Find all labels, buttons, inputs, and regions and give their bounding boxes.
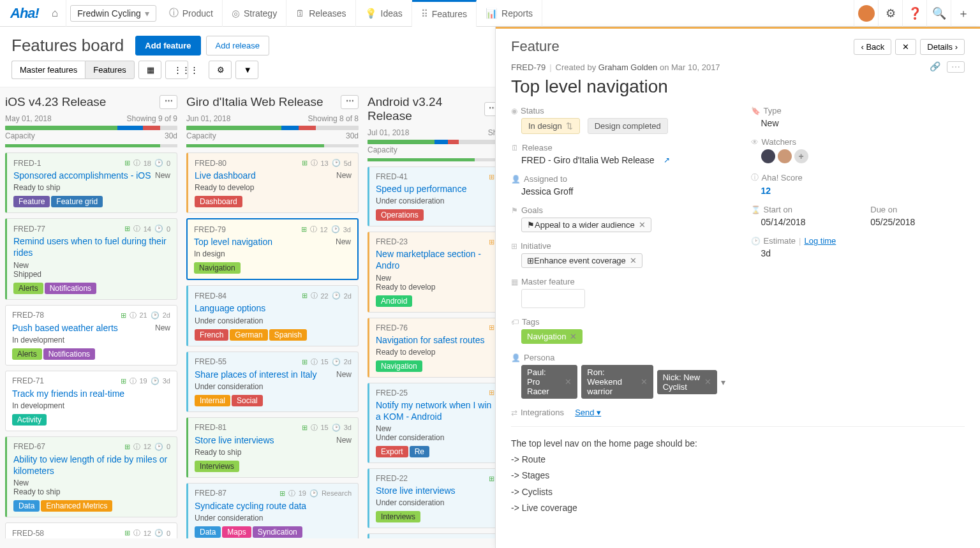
persona-chip[interactable]: Ron: Weekend warrior✕ [581, 365, 653, 399]
tag-chip[interactable]: Alerts [13, 283, 43, 294]
tag-chip[interactable]: Maps [222, 526, 251, 538]
log-time-link[interactable]: Log time [804, 236, 836, 246]
home-button[interactable]: ⌂ [44, 0, 66, 27]
view-features[interactable]: Features [85, 61, 134, 79]
tag-chip[interactable]: Notifications [45, 283, 96, 294]
feature-card[interactable]: FRED-57Compare my pace with peersUnder c… [368, 533, 501, 538]
feature-card[interactable]: FRED-81153dStore live interviewsNewReady… [186, 417, 359, 478]
column-more-button[interactable]: ⋯ [160, 95, 177, 109]
back-button[interactable]: ‹ Back [854, 39, 891, 55]
card-link[interactable]: Store live interviews [376, 485, 494, 496]
feature-card[interactable]: FRED-76Navigation for safest routesReady… [368, 318, 501, 378]
master-feature-input[interactable] [521, 289, 585, 308]
estimate-value[interactable]: 3d [751, 248, 965, 258]
tag-chip[interactable]: Activity [12, 414, 47, 426]
tag-chip[interactable]: Notifications [43, 348, 95, 360]
feature-card[interactable]: FRED-84222dLanguage optionsUnder conside… [186, 285, 359, 346]
tag-chip[interactable]: Alerts [12, 348, 42, 360]
link-icon[interactable]: 🔗 [930, 61, 940, 73]
view-icon-grid[interactable]: ⋮⋮⋮ [165, 61, 188, 79]
watcher-avatar[interactable] [761, 149, 775, 163]
view-master-features[interactable]: Master features [11, 61, 85, 79]
status-next-button[interactable]: Design completed [588, 118, 668, 134]
feature-card[interactable]: FRED-67120Ability to view length of ride… [5, 436, 177, 517]
view-icon-grid-small[interactable]: ▦ [138, 61, 161, 79]
feature-card[interactable]: FRED-71193dTrack my friends in real-time… [5, 371, 177, 431]
more-actions-button[interactable]: ⋯ [947, 61, 965, 73]
persona-chip[interactable]: Paul: Pro Racer✕ [521, 365, 577, 399]
type-value[interactable]: New [751, 118, 965, 128]
feature-card[interactable]: FRED-80135dLive dashboardNewReady to dev… [186, 152, 359, 213]
tag-chip[interactable]: Internal [195, 395, 230, 406]
card-link[interactable]: Store live interviews [195, 434, 352, 446]
settings-icon[interactable]: ⚙ [878, 0, 902, 27]
card-link[interactable]: New marketplace section - Andro [376, 248, 494, 271]
card-link[interactable]: Track my friends in real-time [12, 388, 170, 399]
tag-chip[interactable]: Navigation [376, 360, 422, 372]
tag-chip[interactable]: Interviews [195, 461, 239, 472]
details-button[interactable]: Details › [920, 39, 965, 55]
nav-features[interactable]: ⠿Features [412, 0, 477, 27]
avatar[interactable] [854, 0, 878, 27]
card-link[interactable]: Ability to view length of ride by miles … [13, 454, 170, 477]
tag-chip[interactable]: Data [13, 500, 40, 512]
card-link[interactable]: Share places of interest in Italy [195, 369, 352, 380]
feature-card[interactable]: FRED-77140Remind users when to fuel duri… [5, 218, 177, 299]
status-dropdown[interactable]: In design⇅ [521, 118, 580, 134]
watcher-avatar[interactable] [778, 149, 792, 163]
feature-card[interactable]: FRED-58120Enhance login to use Face IDNe… [5, 522, 177, 538]
tag-chip[interactable]: Operations [376, 209, 424, 221]
card-link[interactable]: Sponsored accomplishments - iOS [13, 170, 170, 181]
tag-chip[interactable]: Navigation [194, 262, 241, 274]
feature-card[interactable]: FRED-79123dTop level navigationNewIn des… [186, 218, 359, 280]
card-link[interactable]: Top level navigation [194, 236, 351, 248]
column-more-button[interactable]: ⋯ [341, 95, 359, 109]
tag-chip[interactable]: German [230, 329, 267, 341]
feature-card[interactable]: FRED-78212dPush based weather alertsNewI… [5, 305, 177, 366]
card-link[interactable]: Navigation for safest routes [376, 334, 494, 346]
persona-dropdown-icon[interactable]: ▾ [721, 377, 725, 387]
due-date[interactable]: 05/25/2018 [870, 217, 965, 227]
goal-chip[interactable]: ⚑ Appeal to a wider audience✕ [521, 218, 651, 232]
nav-strategy[interactable]: ◎Strategy [223, 0, 286, 27]
feature-card[interactable]: FRED-55152dShare places of interest in I… [186, 352, 359, 412]
add-feature-button[interactable]: Add feature [135, 36, 200, 56]
nav-product[interactable]: ⓘProduct [160, 0, 223, 27]
tag-chip[interactable]: Feature [13, 196, 50, 207]
start-date[interactable]: 05/14/2018 [751, 217, 845, 227]
feature-card[interactable]: FRED-23New marketplace section - AndroNe… [368, 232, 501, 312]
card-link[interactable]: Live dashboard [195, 170, 352, 181]
card-link[interactable]: Language options [195, 302, 352, 314]
filter-icon[interactable]: ▼ [235, 61, 258, 79]
nav-releases[interactable]: 🗓Releases [286, 0, 355, 27]
tag-chip[interactable]: Re [410, 446, 429, 457]
tag-chip[interactable]: Dashboard [195, 196, 242, 207]
tag-chip[interactable]: Navigation✕ [521, 329, 583, 344]
configure-icon[interactable]: ⚙ [209, 61, 232, 79]
add-icon[interactable]: ＋ [951, 0, 975, 27]
add-release-button[interactable]: Add release [206, 36, 269, 56]
author-link[interactable]: Graham Golden [598, 63, 658, 72]
add-watcher-button[interactable]: + [794, 149, 808, 163]
card-link[interactable]: Remind users when to fuel during their r… [13, 235, 170, 258]
feature-card[interactable]: FRED-8719ResearchSyndicate cycling route… [186, 483, 359, 538]
feature-card[interactable]: FRED-25Notify my network when I win a KO… [368, 383, 501, 463]
initiative-chip[interactable]: ⊞ Enhance event coverage✕ [521, 253, 642, 268]
persona-chip[interactable]: Nick: New Cyclist✕ [657, 370, 717, 394]
description[interactable]: The top level nav on the home page shoul… [511, 426, 965, 516]
help-icon[interactable]: ❓ [902, 0, 926, 27]
feature-card[interactable]: FRED-1180Sponsored accomplishments - iOS… [5, 152, 177, 213]
card-link[interactable]: Push based weather alerts [12, 322, 170, 334]
score-link[interactable]: 12 [761, 186, 771, 196]
nav-ideas[interactable]: 💡Ideas [356, 0, 412, 27]
feature-card[interactable]: FRED-41Speed up performanceUnder conside… [368, 167, 501, 226]
workspace-dropdown[interactable]: Fredwin Cycling ▾ [70, 5, 156, 22]
tag-chip[interactable]: Enhanced Metrics [41, 500, 112, 512]
tag-chip[interactable]: Data [195, 526, 221, 538]
assignee[interactable]: Jessica Groff [511, 186, 725, 196]
feature-title[interactable]: Top level navigation [511, 77, 965, 97]
tag-chip[interactable]: Export [376, 446, 408, 457]
tag-chip[interactable]: Feature grid [51, 196, 103, 207]
card-link[interactable]: Notify my network when I win a KOM - And… [376, 399, 494, 422]
tag-chip[interactable]: French [195, 329, 228, 341]
